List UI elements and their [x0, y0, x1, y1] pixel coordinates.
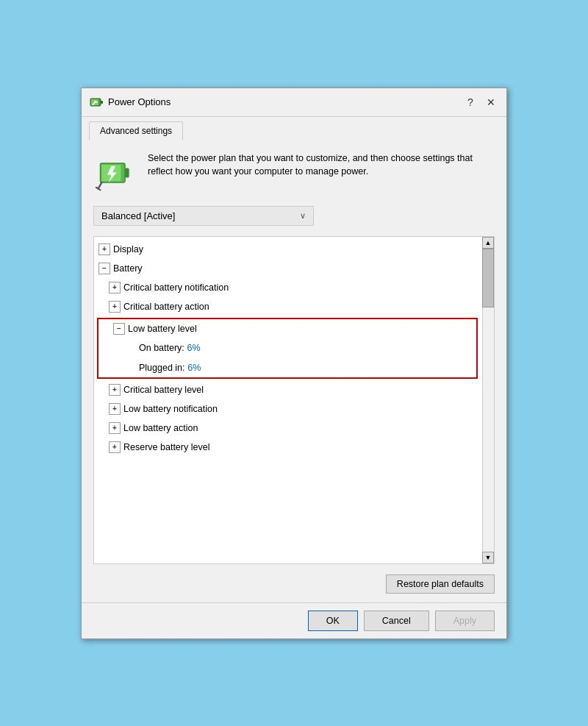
- expand-critical-level-icon[interactable]: +: [109, 384, 121, 396]
- tree-item-plugged-in[interactable]: Plugged in: 6%: [98, 357, 476, 377]
- on-battery-value: 6%: [187, 341, 200, 355]
- scrollbar-thumb[interactable]: [482, 249, 494, 307]
- footer-buttons: OK Cancel Apply: [82, 602, 506, 638]
- ok-button[interactable]: OK: [308, 611, 358, 631]
- content-area: Select the power plan that you want to c…: [82, 140, 506, 602]
- expand-reserve-icon[interactable]: +: [109, 441, 121, 453]
- close-button[interactable]: ✕: [483, 94, 499, 110]
- tree-item-reserve-level[interactable]: + Reserve battery level: [94, 438, 481, 457]
- expand-battery-icon[interactable]: −: [98, 263, 110, 274]
- expand-critical-action-icon[interactable]: +: [109, 301, 121, 313]
- help-button[interactable]: ?: [462, 94, 478, 110]
- tree-item-critical-notification[interactable]: + Critical battery notification: [94, 278, 481, 297]
- expand-low-battery-icon[interactable]: −: [113, 323, 125, 335]
- tree-label-critical-level: Critical battery level: [123, 382, 204, 397]
- description-row: Select the power plan that you want to c…: [93, 152, 495, 196]
- expand-low-notification-icon[interactable]: +: [109, 403, 121, 415]
- battery-icon: [95, 153, 136, 194]
- expand-display-icon[interactable]: +: [98, 243, 110, 255]
- scrollbar-track: ▲ ▼: [482, 237, 494, 563]
- tree-label-low-action: Low battery action: [123, 421, 198, 435]
- tree-item-critical-level[interactable]: + Critical battery level: [94, 380, 481, 399]
- tree-item-low-action[interactable]: + Low battery action: [94, 419, 481, 438]
- tree-item-low-battery-level[interactable]: − Low battery level: [98, 319, 476, 338]
- plugged-in-value: 6%: [187, 360, 201, 375]
- restore-row: Restore plan defaults: [93, 574, 495, 594]
- power-options-window: Power Options ? ✕ Advanced settings: [81, 88, 507, 639]
- svg-line-9: [98, 182, 102, 188]
- tree-label-critical-action: Critical battery action: [123, 299, 209, 314]
- tree-item-battery[interactable]: − Battery: [94, 259, 481, 278]
- title-bar-controls: ? ✕: [462, 94, 499, 110]
- window-title: Power Options: [108, 96, 171, 107]
- tree-item-low-notification[interactable]: + Low battery notification: [94, 399, 481, 419]
- battery-icon-container: [93, 152, 137, 196]
- title-bar: Power Options ? ✕: [82, 88, 506, 117]
- cancel-button[interactable]: Cancel: [364, 611, 429, 631]
- settings-tree: + Display − Battery + Critical battery n…: [94, 237, 494, 460]
- expand-critical-notification-icon[interactable]: +: [109, 282, 121, 293]
- tree-label-battery: Battery: [113, 261, 143, 276]
- apply-button[interactable]: Apply: [435, 611, 495, 631]
- plan-dropdown-value: Balanced [Active]: [101, 210, 175, 221]
- tab-advanced-settings[interactable]: Advanced settings: [89, 121, 183, 140]
- tree-item-critical-action[interactable]: + Critical battery action: [94, 297, 481, 316]
- plan-dropdown[interactable]: Balanced [Active] ∨: [93, 206, 314, 226]
- svg-rect-1: [101, 101, 103, 104]
- tree-label-display: Display: [113, 242, 143, 257]
- scrollbar-up-button[interactable]: ▲: [482, 237, 494, 249]
- low-battery-level-group: − Low battery level On battery: 6% Plugg…: [97, 318, 478, 380]
- restore-defaults-button[interactable]: Restore plan defaults: [386, 574, 495, 594]
- title-bar-left: Power Options: [89, 95, 171, 110]
- tab-bar: Advanced settings: [82, 117, 506, 140]
- scrollbar-down-button[interactable]: ▼: [482, 552, 494, 563]
- description-text: Select the power plan that you want to c…: [148, 152, 495, 179]
- power-options-icon: [89, 95, 104, 110]
- tree-label-reserve-level: Reserve battery level: [123, 440, 209, 455]
- svg-rect-6: [125, 168, 129, 177]
- tree-label-low-battery-level: Low battery level: [128, 321, 197, 336]
- tree-item-on-battery[interactable]: On battery: 6%: [98, 338, 476, 358]
- expand-low-action-icon[interactable]: +: [109, 422, 121, 434]
- settings-tree-container: + Display − Battery + Critical battery n…: [93, 236, 495, 564]
- tree-label-on-battery: On battery:: [139, 341, 184, 355]
- tree-label-plugged-in: Plugged in:: [139, 360, 185, 375]
- tree-item-display[interactable]: + Display: [94, 240, 481, 259]
- tree-label-low-notification: Low battery notification: [123, 402, 218, 416]
- tree-label-critical-notification: Critical battery notification: [123, 280, 229, 295]
- chevron-down-icon: ∨: [300, 211, 306, 221]
